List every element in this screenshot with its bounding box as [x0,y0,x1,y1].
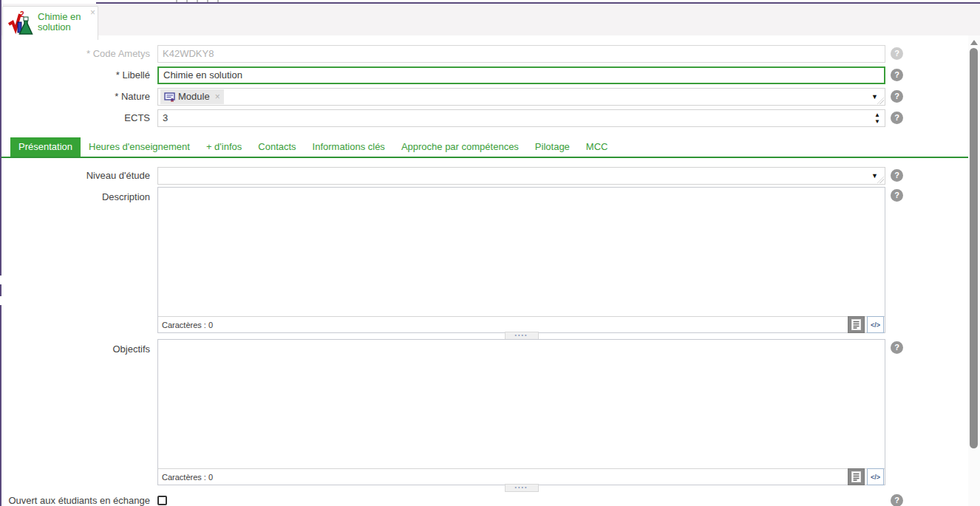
row-code-ametys: * Code Ametys K42WDKY8 ? [0,45,980,63]
libelle-label: * Libellé [0,66,154,84]
row-niveau-etude: Niveau d'étude ▼ ? [0,167,980,185]
form-content: * Code Ametys K42WDKY8 ? * Libellé Chimi… [0,35,980,506]
row-libelle: * Libellé Chimie en solution ? [0,66,980,84]
char-count: Caractères : 0 [162,321,213,329]
document-lines-icon [851,471,861,482]
quantity-stepper[interactable]: ▲ ▼ [874,112,880,125]
nature-chip-label: Module [178,89,210,105]
ects-input[interactable]: 3 ▲ ▼ [157,109,885,127]
tab-informations-cles[interactable]: Informations clés [304,137,393,157]
libelle-input[interactable]: Chimie en solution [157,66,885,84]
tab-mcc[interactable]: MCC [578,137,616,157]
splitter-notch [0,296,1,305]
description-statusbar: Caractères : 0 [158,316,885,332]
help-icon[interactable]: ? [891,90,903,103]
richtext-view-button[interactable] [848,316,865,333]
splitter-notch [0,276,1,284]
doc-tab-title: Chimie en solution [38,10,86,33]
tab-presentation[interactable]: Présentation [10,137,81,157]
help-icon[interactable]: ? [891,69,903,81]
richtext-view-button[interactable] [848,468,865,485]
left-panel-splitter[interactable] [0,0,1,506]
spin-down-icon[interactable]: ▼ [874,118,880,125]
resize-grip-icon[interactable] [876,175,884,183]
chip-remove-icon[interactable]: × [215,89,220,105]
source-code-button[interactable]: </> [867,468,884,485]
doc-tab-chimie-en-solution[interactable]: 2 Chimie en solution × [2,6,98,40]
row-objectifs: Objectifs Caractères : 0 [0,339,980,485]
objectifs-statusbar: Caractères : 0 [158,468,885,485]
tab-heures-enseignement[interactable]: Heures d'enseignement [81,137,198,157]
row-description: Description Caractères : 0 [0,187,980,333]
tab-contacts[interactable]: Contacts [250,137,304,157]
ects-value: 3 [163,112,168,123]
description-label: Description [0,187,154,203]
objectifs-label: Objectifs [0,339,154,355]
help-icon[interactable]: ? [891,112,903,124]
row-ects: ECTS 3 ▲ ▼ ? [0,109,980,127]
spin-up-icon[interactable]: ▲ [874,112,880,118]
help-icon[interactable]: ? [891,494,903,506]
scroll-up-icon[interactable] [970,40,978,45]
objectifs-richtext-editor: Caractères : 0 [157,339,885,485]
vertical-scrollbar[interactable] [968,35,980,506]
tab-pilotage[interactable]: Pilotage [527,137,578,157]
description-richtext-editor: Caractères : 0 [157,187,885,333]
echange-label: Ouvert aux étudiants en échange [0,492,154,506]
help-icon[interactable]: ? [891,341,903,354]
certificate-icon [164,92,175,102]
tab-plus-infos[interactable]: + d'infos [198,137,250,157]
help-icon[interactable]: ? [891,169,903,182]
code-ametys-label: * Code Ametys [0,45,154,63]
niveau-etude-combobox[interactable]: ▼ [157,167,885,185]
description-textarea[interactable] [158,188,885,316]
niveau-etude-label: Niveau d'étude [0,167,154,185]
scrollbar-thumb[interactable] [970,48,978,448]
char-count: Caractères : 0 [162,473,213,482]
echange-checkbox[interactable] [157,496,167,505]
code-ametys-field: K42WDKY8 [157,45,885,63]
document-tabstrip: 2 Chimie en solution × [1,4,980,35]
ects-label: ECTS [0,109,154,127]
tab-approche-competences[interactable]: Approche par compétences [393,137,527,157]
source-code-button[interactable]: </> [867,316,884,333]
ametys-course-editor-window: 2 Chimie en solution × * Code Ametys K42… [0,0,980,506]
resize-grip-icon[interactable] [876,96,884,104]
chemistry-flask-icon: 2 [7,10,35,37]
nature-label: * Nature [0,88,154,106]
close-icon[interactable]: × [90,9,95,16]
document-lines-icon [851,319,861,330]
nature-chip-module[interactable]: Module × [160,89,224,104]
row-nature: * Nature Module × ▼ [0,88,980,106]
editor-resize-handle[interactable]: •••• [505,484,539,492]
row-echange: Ouvert aux étudiants en échange ? [0,492,980,506]
objectifs-textarea[interactable] [158,340,885,468]
help-icon[interactable]: ? [891,189,903,202]
nature-combobox[interactable]: Module × ▼ [157,88,885,106]
section-tabbar: Présentation Heures d'enseignement + d'i… [1,137,968,158]
help-icon[interactable]: ? [891,47,903,60]
